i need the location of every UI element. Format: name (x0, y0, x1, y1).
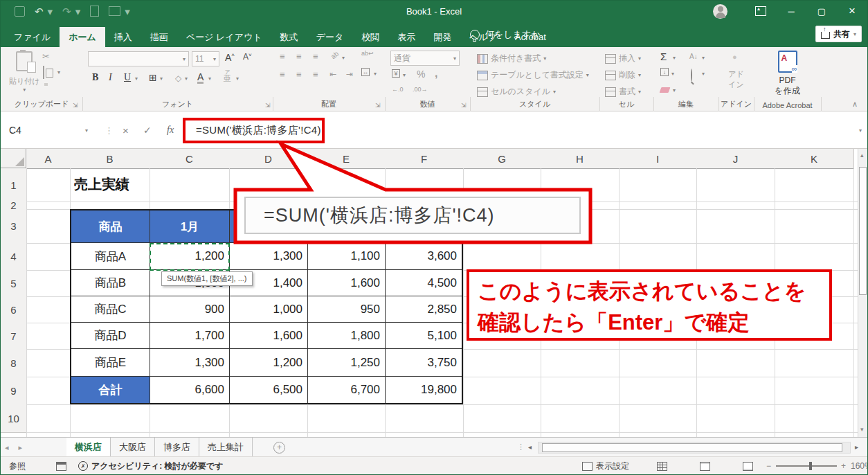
cell-value[interactable]: 3,600 (386, 243, 462, 270)
cut-icon[interactable]: ✂ (42, 51, 50, 62)
borders-button[interactable]: ⊞ (149, 72, 157, 83)
name-box-dropdown-icon[interactable]: ▾ (85, 111, 88, 149)
cell-value[interactable]: 1,700 (150, 323, 230, 349)
zoom-slider-thumb[interactable] (809, 462, 812, 470)
tab-developer[interactable]: 開発 (424, 27, 460, 47)
cell-product-name[interactable]: 商品B (71, 270, 150, 296)
collapse-ribbon-icon[interactable]: ∧ (852, 100, 858, 109)
scroll-up-icon[interactable]: ▴ (860, 152, 864, 159)
column-header-d[interactable]: D (229, 149, 308, 169)
phonetic-guide-icon[interactable]: ア亜 (224, 70, 231, 82)
column-header-j[interactable]: J (696, 149, 775, 169)
column-header-e[interactable]: E (307, 149, 386, 169)
hscroll-right-icon[interactable]: ▸ (855, 443, 858, 451)
sheet-tab-hakata[interactable]: 博多店 (155, 438, 199, 457)
page-layout-view-button[interactable] (700, 457, 710, 475)
column-header-g[interactable]: G (463, 149, 541, 169)
clear-icon[interactable] (660, 87, 671, 93)
cell-product-name[interactable]: 商品C (71, 296, 150, 323)
tell-me-box[interactable]: 何をしますか (470, 21, 541, 47)
find-select-icon[interactable] (691, 69, 692, 82)
create-pdf-button[interactable]: PDF を作成 (754, 51, 821, 96)
row-header-9[interactable]: 9 (1, 377, 27, 405)
orientation-dropdown-icon[interactable]: ▾ (342, 55, 345, 61)
horizontal-scrollbar-thumb[interactable] (542, 443, 842, 452)
ribbon-display-options-button[interactable] (745, 1, 776, 21)
paste-button[interactable]: 貼り付け ▾ (9, 51, 40, 93)
tab-home[interactable]: ホーム (60, 27, 105, 47)
cell-value[interactable]: 1,200 (230, 349, 308, 377)
fill-dropdown-icon[interactable]: ▾ (671, 71, 674, 77)
align-bottom-icon[interactable]: ≡ (313, 51, 318, 62)
redo-icon[interactable]: ↷ (62, 6, 71, 17)
formula-bar-grip-icon[interactable]: ⋮ (105, 111, 114, 149)
sort-filter-dropdown-icon[interactable]: ▾ (702, 55, 705, 61)
underline-button[interactable]: U (124, 72, 131, 83)
shrink-font-button[interactable]: A˅ (243, 52, 252, 62)
font-name-combo[interactable]: ▾ (88, 51, 189, 66)
percent-style-icon[interactable]: % (417, 69, 425, 80)
cell-product-name[interactable]: 商品D (71, 323, 150, 349)
previous-sheet-icon[interactable]: ◂ (5, 443, 9, 452)
zoom-out-button[interactable]: − (766, 457, 771, 475)
align-right-icon[interactable]: ≡ (313, 69, 318, 80)
accessibility-status[interactable]: ✗ アクセシビリティ: 検討が必要です (78, 457, 223, 475)
column-header-a[interactable]: A (26, 149, 71, 169)
redo-dropdown-icon[interactable]: ▾ (75, 6, 81, 17)
new-sheet-icon[interactable]: + (273, 442, 285, 454)
merge-center-icon[interactable]: ↔ (361, 68, 370, 76)
cell-value[interactable]: 1,100 (308, 243, 386, 270)
comma-style-icon[interactable]: , (435, 67, 437, 80)
zoom-level[interactable]: 160% (851, 457, 868, 475)
column-header-i[interactable]: I (619, 149, 697, 169)
alignment-dialog-launcher-icon[interactable]: ⇲ (375, 102, 381, 109)
cell-b1-title[interactable]: 売上実績 (74, 175, 129, 194)
font-dialog-launcher-icon[interactable]: ⇲ (265, 102, 271, 109)
cell-value[interactable]: 1,300 (150, 349, 230, 377)
column-header-h[interactable]: H (541, 149, 620, 169)
addins-icon[interactable]: ● (732, 53, 737, 61)
delete-cells-button[interactable]: 削除 ▾ (605, 69, 641, 81)
table-header-jan[interactable]: 1月 (150, 210, 230, 243)
cell-total[interactable]: 6,600 (150, 377, 230, 403)
tab-draw[interactable]: 描画 (141, 27, 177, 47)
fill-color-icon[interactable]: ◇ (175, 73, 181, 83)
addins-button[interactable]: アドイン (718, 69, 754, 90)
cell-value[interactable]: 900 (150, 296, 230, 323)
orientation-icon[interactable]: ab (329, 50, 341, 61)
conditional-formatting-button[interactable]: 条件付き書式 ▾ (477, 53, 546, 64)
underline-dropdown-icon[interactable]: ▾ (135, 75, 138, 82)
cell-total[interactable]: 6,500 (230, 377, 308, 403)
row-header-10[interactable]: 10 (1, 404, 27, 433)
format-as-table-button[interactable]: テーブルとして書式設定 ▾ (477, 69, 589, 81)
zoom-slider[interactable] (776, 457, 837, 475)
format-cells-button[interactable]: 書式 ▾ (605, 86, 641, 98)
undo-icon[interactable]: ↶ (35, 6, 44, 17)
name-box[interactable]: C4 (9, 111, 21, 149)
normal-view-button[interactable] (657, 457, 667, 475)
align-center-icon[interactable]: ≡ (296, 69, 302, 80)
save-icon[interactable] (15, 6, 25, 17)
clipboard-dialog-launcher-icon[interactable]: ⇲ (73, 102, 78, 109)
column-header-b[interactable]: B (70, 149, 150, 169)
table-total-label[interactable]: 合計 (71, 377, 150, 403)
sort-filter-icon[interactable]: A↓ (689, 53, 698, 60)
cell-value[interactable]: 1,300 (230, 243, 308, 270)
cell-total[interactable]: 6,700 (308, 377, 386, 403)
page-break-view-button[interactable] (743, 457, 753, 475)
tab-file[interactable]: ファイル (5, 27, 60, 47)
borders-dropdown-icon[interactable]: ▾ (160, 75, 163, 82)
increase-decimal-icon[interactable]: ←.0 (392, 86, 404, 93)
print-preview-icon[interactable] (90, 6, 99, 17)
column-header-c[interactable]: C (150, 149, 230, 169)
vertical-scrollbar-thumb[interactable] (859, 167, 867, 295)
qat-customize-icon[interactable]: ▾ (125, 6, 130, 17)
number-dialog-launcher-icon[interactable]: ⇲ (461, 102, 467, 109)
tab-formulas[interactable]: 数式 (271, 27, 307, 47)
cell-value[interactable]: 2,850 (386, 296, 462, 323)
share-button[interactable]: 共有 ▾ (815, 26, 862, 42)
insert-cells-button[interactable]: 挿入 ▾ (605, 53, 641, 64)
font-color-dropdown-icon[interactable]: ▾ (208, 75, 211, 82)
cell-value[interactable]: 5,100 (386, 323, 462, 349)
cell-product-name[interactable]: 商品A (71, 243, 150, 270)
